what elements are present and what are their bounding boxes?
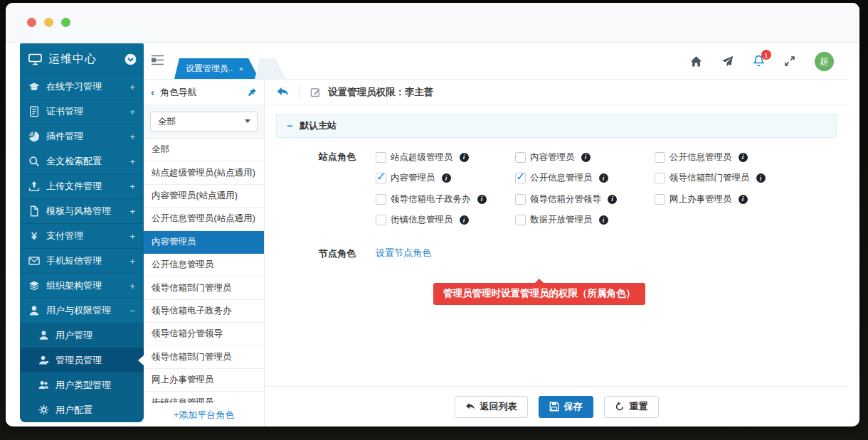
info-icon[interactable]: i bbox=[599, 215, 608, 225]
sidebar-item[interactable]: 组织架构管理+ bbox=[20, 273, 144, 298]
user-icon bbox=[28, 305, 40, 316]
info-icon[interactable]: i bbox=[581, 153, 591, 162]
add-platform-role-button[interactable]: +添加平台角色 bbox=[144, 403, 264, 426]
role-list-item[interactable]: 领导信箱电子政务办 bbox=[144, 300, 264, 323]
pie-icon bbox=[28, 131, 40, 142]
role-checkbox[interactable]: 网上办事管理员i bbox=[655, 192, 804, 206]
section-default-site[interactable]: − 默认主站 bbox=[276, 114, 837, 138]
sidebar-item[interactable]: 在线学习管理+ bbox=[20, 74, 144, 99]
sidebar-subitem[interactable]: 用户管理 bbox=[20, 323, 144, 348]
checkbox-unchecked[interactable] bbox=[376, 194, 386, 205]
role-checkbox[interactable]: 数据开放管理员i bbox=[515, 213, 655, 227]
gear-icon bbox=[38, 404, 49, 415]
checkbox-unchecked[interactable] bbox=[515, 152, 526, 163]
pin-icon[interactable] bbox=[247, 87, 257, 97]
info-icon[interactable]: i bbox=[608, 195, 617, 204]
role-filter-area: 全部 bbox=[144, 105, 264, 139]
info-icon[interactable]: i bbox=[477, 195, 487, 204]
avatar[interactable]: 超 bbox=[815, 52, 834, 71]
topbar-icons: 1 超 bbox=[690, 52, 844, 71]
role-checkbox[interactable]: 领导信箱电子政务办i bbox=[376, 192, 515, 206]
role-list-item[interactable]: 领导信箱分管领导 bbox=[144, 323, 264, 345]
sidebar-item[interactable]: 插件管理+ bbox=[20, 124, 144, 149]
tab-list-toggle-icon[interactable] bbox=[151, 55, 164, 68]
expand-plus-icon: + bbox=[129, 206, 135, 217]
role-list-item[interactable]: 网上办事管理员 bbox=[144, 369, 264, 392]
sidebar-subitem[interactable]: 用户配置 bbox=[20, 397, 144, 422]
checkbox-checked[interactable] bbox=[376, 173, 386, 183]
info-icon[interactable]: i bbox=[756, 173, 766, 183]
role-checkbox[interactable]: 内容管理员i bbox=[515, 150, 655, 164]
info-icon[interactable]: i bbox=[599, 173, 608, 183]
role-list-item[interactable]: 街镇信息管理员 bbox=[144, 392, 264, 403]
minimize-window-button[interactable] bbox=[44, 18, 53, 27]
info-icon[interactable]: i bbox=[739, 195, 748, 204]
role-filter-select[interactable]: 全部 bbox=[150, 112, 258, 132]
role-checkbox[interactable]: 公开信息管理员i bbox=[515, 171, 655, 186]
notifications-bell-icon[interactable]: 1 bbox=[753, 55, 765, 68]
info-icon[interactable]: i bbox=[460, 215, 469, 225]
checkbox-unchecked[interactable] bbox=[655, 152, 665, 163]
set-node-role-link[interactable]: 设置节点角色 bbox=[376, 247, 431, 260]
role-checkbox[interactable]: 站点超级管理员i bbox=[376, 150, 515, 164]
back-arrow-icon[interactable] bbox=[276, 86, 290, 98]
sidebar-subitem[interactable]: 管理员管理 bbox=[20, 348, 144, 372]
sidebar-item-label: 模板与风格管理 bbox=[46, 205, 123, 218]
send-icon[interactable] bbox=[721, 55, 734, 68]
panel-back-icon[interactable]: ‹ bbox=[151, 86, 154, 98]
sidebar-item[interactable]: 上传文件管理+ bbox=[20, 173, 144, 198]
checkbox-unchecked[interactable] bbox=[515, 215, 526, 225]
role-checkbox[interactable]: 领导信箱分管领导i bbox=[515, 192, 655, 206]
sidebar-item[interactable]: 模板与风格管理+ bbox=[20, 198, 144, 223]
role-list-item[interactable]: 领导信箱部门管理员 bbox=[144, 346, 264, 369]
checkbox-unchecked[interactable] bbox=[655, 194, 665, 205]
role-checkbox[interactable]: 街镇信息管理员i bbox=[376, 213, 515, 227]
checkbox-unchecked[interactable] bbox=[376, 215, 386, 225]
role-list-item[interactable]: 全部 bbox=[144, 139, 264, 161]
role-list-item[interactable]: 内容管理员(站点通用) bbox=[144, 185, 264, 208]
role-checkbox[interactable]: 内容管理员i bbox=[376, 171, 515, 186]
role-list-item[interactable]: 领导信箱部门管理员 bbox=[144, 277, 264, 299]
sidebar-item[interactable]: 手机短信管理+ bbox=[20, 248, 144, 273]
role-checkbox-label: 领导信箱分管领导 bbox=[530, 193, 601, 205]
role-list-item[interactable]: 内容管理员 bbox=[144, 231, 264, 254]
role-list-item[interactable]: 公开信息管理员 bbox=[144, 254, 264, 277]
info-icon[interactable]: i bbox=[460, 153, 469, 162]
cap-icon bbox=[28, 81, 40, 92]
role-nav-title: 角色导航 bbox=[160, 86, 241, 99]
sidebar-item-label: 支付管理 bbox=[46, 230, 123, 242]
checkbox-checked[interactable] bbox=[515, 173, 526, 183]
sidebar-subitem[interactable]: 用户类型管理 bbox=[20, 372, 144, 397]
role-nav-header: ‹ 角色导航 bbox=[144, 80, 264, 105]
home-icon[interactable] bbox=[690, 55, 702, 68]
reset-button[interactable]: 重置 bbox=[604, 396, 659, 418]
sidebar-item[interactable]: 全文检索配置+ bbox=[20, 149, 144, 173]
sidebar-item[interactable]: 证书管理+ bbox=[20, 99, 144, 124]
collapse-sidebar-icon[interactable] bbox=[125, 53, 137, 65]
return-to-list-button[interactable]: 返回列表 bbox=[455, 396, 528, 418]
tab-close-icon[interactable]: × bbox=[239, 65, 243, 73]
role-checkbox[interactable]: 领导信箱部门管理员i bbox=[655, 171, 804, 186]
maximize-window-button[interactable] bbox=[61, 18, 70, 27]
site-role-row: 站点角色 站点超级管理员i内容管理员i公开信息管理员i内容管理员i公开信息管理员… bbox=[276, 150, 837, 227]
sidebar-header[interactable]: 运维中心 bbox=[20, 43, 144, 74]
users-icon bbox=[38, 380, 49, 390]
save-button[interactable]: 保存 bbox=[539, 396, 593, 418]
checkbox-unchecked[interactable] bbox=[515, 194, 526, 205]
info-icon[interactable]: i bbox=[739, 153, 748, 162]
node-role-label: 节点角色 bbox=[276, 247, 356, 260]
role-list-item[interactable]: 公开信息管理员(站点通用) bbox=[144, 208, 264, 230]
role-checkbox[interactable]: 公开信息管理员i bbox=[655, 150, 804, 164]
fullscreen-icon[interactable] bbox=[784, 55, 795, 67]
checkbox-unchecked[interactable] bbox=[376, 152, 386, 163]
collapse-section-icon[interactable]: − bbox=[287, 120, 292, 132]
role-list-item[interactable]: 站点超级管理员(站点通用) bbox=[144, 161, 264, 184]
sidebar-item[interactable]: 用户与权限管理− bbox=[20, 298, 144, 323]
reset-label: 重置 bbox=[630, 400, 648, 413]
close-window-button[interactable] bbox=[27, 18, 36, 27]
info-icon[interactable]: i bbox=[442, 173, 451, 183]
sidebar-item[interactable]: ¥支付管理+ bbox=[20, 223, 144, 248]
tab-set-admin[interactable]: 设置管理员.. × bbox=[174, 58, 259, 79]
checkbox-unchecked[interactable] bbox=[655, 173, 665, 183]
tabs: 设置管理员.. × bbox=[174, 43, 690, 79]
